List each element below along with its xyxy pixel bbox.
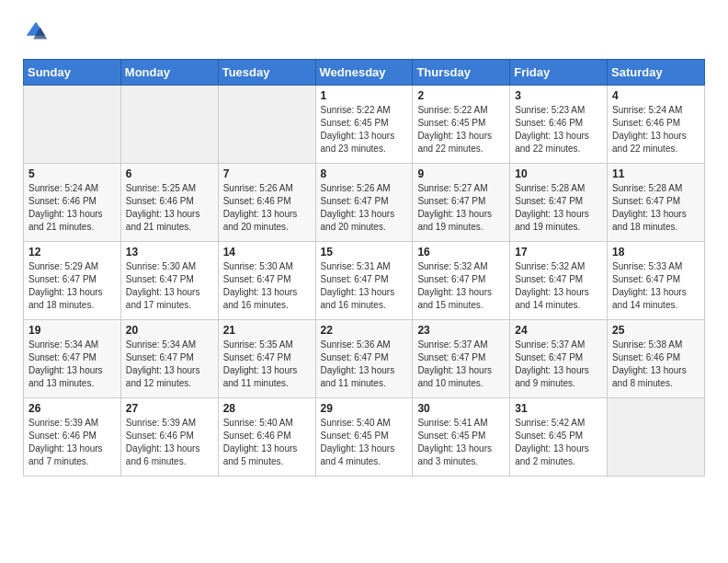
day-info: Sunrise: 5:39 AM Sunset: 6:46 PM Dayligh… [28,417,116,468]
calendar-cell: 23Sunrise: 5:37 AM Sunset: 6:47 PM Dayli… [413,320,510,398]
day-number: 29 [321,402,408,415]
calendar-cell [24,86,121,164]
day-info: Sunrise: 5:22 AM Sunset: 6:45 PM Dayligh… [417,104,505,155]
day-info: Sunrise: 5:26 AM Sunset: 6:47 PM Dayligh… [321,182,408,234]
calendar-cell [218,86,315,164]
calendar-cell: 10Sunrise: 5:28 AM Sunset: 6:47 PM Dayli… [510,164,608,242]
day-number: 27 [126,402,213,415]
day-info: Sunrise: 5:37 AM Sunset: 6:47 PM Dayligh… [515,339,602,390]
day-header-tuesday: Tuesday [218,60,315,86]
day-info: Sunrise: 5:40 AM Sunset: 6:45 PM Dayligh… [321,417,408,468]
day-number: 24 [515,324,602,337]
day-number: 9 [417,167,505,180]
day-info: Sunrise: 5:22 AM Sunset: 6:45 PM Dayligh… [321,104,408,155]
calendar-cell: 22Sunrise: 5:36 AM Sunset: 6:47 PM Dayli… [315,320,413,398]
week-row-2: 5Sunrise: 5:24 AM Sunset: 6:46 PM Daylig… [24,164,705,242]
calendar-cell: 3Sunrise: 5:23 AM Sunset: 6:46 PM Daylig… [510,86,608,164]
calendar: SundayMondayTuesdayWednesdayThursdayFrid… [23,59,705,477]
day-number: 16 [417,246,505,259]
week-row-5: 26Sunrise: 5:39 AM Sunset: 6:46 PM Dayli… [24,398,705,477]
day-number: 19 [28,324,116,337]
week-row-1: 1Sunrise: 5:22 AM Sunset: 6:45 PM Daylig… [24,86,705,164]
calendar-cell: 1Sunrise: 5:22 AM Sunset: 6:45 PM Daylig… [315,86,413,164]
day-number: 15 [321,246,408,259]
day-info: Sunrise: 5:35 AM Sunset: 6:47 PM Dayligh… [223,339,311,390]
calendar-cell: 5Sunrise: 5:24 AM Sunset: 6:46 PM Daylig… [24,164,121,242]
day-info: Sunrise: 5:28 AM Sunset: 6:47 PM Dayligh… [515,182,602,234]
day-header-sunday: Sunday [24,60,121,86]
calendar-cell: 13Sunrise: 5:30 AM Sunset: 6:47 PM Dayli… [120,242,218,320]
day-info: Sunrise: 5:42 AM Sunset: 6:45 PM Dayligh… [515,417,602,468]
day-number: 10 [515,167,602,180]
day-info: Sunrise: 5:28 AM Sunset: 6:47 PM Dayligh… [612,182,700,234]
day-number: 30 [417,402,505,415]
day-info: Sunrise: 5:32 AM Sunset: 6:47 PM Dayligh… [417,260,505,312]
calendar-cell: 12Sunrise: 5:29 AM Sunset: 6:47 PM Dayli… [24,242,121,320]
header [23,18,705,44]
day-number: 8 [321,167,408,180]
logo-icon [23,18,49,44]
calendar-cell: 28Sunrise: 5:40 AM Sunset: 6:46 PM Dayli… [218,398,315,477]
calendar-cell: 14Sunrise: 5:30 AM Sunset: 6:47 PM Dayli… [218,242,315,320]
day-number: 20 [126,324,213,337]
day-header-monday: Monday [120,60,218,86]
day-info: Sunrise: 5:29 AM Sunset: 6:47 PM Dayligh… [28,260,116,312]
day-number: 4 [612,89,700,102]
calendar-cell: 2Sunrise: 5:22 AM Sunset: 6:45 PM Daylig… [413,86,510,164]
day-info: Sunrise: 5:33 AM Sunset: 6:47 PM Dayligh… [612,260,700,312]
day-info: Sunrise: 5:27 AM Sunset: 6:47 PM Dayligh… [417,182,505,234]
day-info: Sunrise: 5:25 AM Sunset: 6:46 PM Dayligh… [126,182,213,234]
calendar-cell: 26Sunrise: 5:39 AM Sunset: 6:46 PM Dayli… [24,398,121,477]
day-number: 25 [612,324,700,337]
calendar-cell: 25Sunrise: 5:38 AM Sunset: 6:46 PM Dayli… [608,320,705,398]
day-info: Sunrise: 5:24 AM Sunset: 6:46 PM Dayligh… [612,104,700,155]
day-header-thursday: Thursday [413,60,510,86]
day-info: Sunrise: 5:36 AM Sunset: 6:47 PM Dayligh… [321,339,408,390]
calendar-cell: 27Sunrise: 5:39 AM Sunset: 6:46 PM Dayli… [120,398,218,477]
day-info: Sunrise: 5:30 AM Sunset: 6:47 PM Dayligh… [223,260,311,312]
day-number: 28 [223,402,311,415]
calendar-cell: 30Sunrise: 5:41 AM Sunset: 6:45 PM Dayli… [413,398,510,477]
day-number: 13 [126,246,213,259]
calendar-cell: 17Sunrise: 5:32 AM Sunset: 6:47 PM Dayli… [510,242,608,320]
calendar-cell [120,86,218,164]
day-header-friday: Friday [510,60,608,86]
day-number: 1 [321,89,408,102]
day-info: Sunrise: 5:31 AM Sunset: 6:47 PM Dayligh… [321,260,408,312]
day-number: 7 [223,167,311,180]
day-number: 18 [612,246,700,259]
day-number: 5 [28,167,116,180]
calendar-cell: 29Sunrise: 5:40 AM Sunset: 6:45 PM Dayli… [315,398,413,477]
calendar-cell: 4Sunrise: 5:24 AM Sunset: 6:46 PM Daylig… [608,86,705,164]
calendar-cell: 6Sunrise: 5:25 AM Sunset: 6:46 PM Daylig… [120,164,218,242]
day-info: Sunrise: 5:34 AM Sunset: 6:47 PM Dayligh… [126,339,213,390]
logo [23,18,52,44]
calendar-cell: 8Sunrise: 5:26 AM Sunset: 6:47 PM Daylig… [315,164,413,242]
calendar-cell: 15Sunrise: 5:31 AM Sunset: 6:47 PM Dayli… [315,242,413,320]
calendar-cell: 21Sunrise: 5:35 AM Sunset: 6:47 PM Dayli… [218,320,315,398]
calendar-cell: 16Sunrise: 5:32 AM Sunset: 6:47 PM Dayli… [413,242,510,320]
day-number: 14 [223,246,311,259]
day-number: 3 [515,89,602,102]
calendar-cell: 31Sunrise: 5:42 AM Sunset: 6:45 PM Dayli… [510,398,608,477]
day-number: 26 [28,402,116,415]
day-number: 2 [417,89,505,102]
day-info: Sunrise: 5:26 AM Sunset: 6:46 PM Dayligh… [223,182,311,234]
day-info: Sunrise: 5:30 AM Sunset: 6:47 PM Dayligh… [126,260,213,312]
week-row-3: 12Sunrise: 5:29 AM Sunset: 6:47 PM Dayli… [24,242,705,320]
day-header-wednesday: Wednesday [315,60,413,86]
calendar-cell: 7Sunrise: 5:26 AM Sunset: 6:46 PM Daylig… [218,164,315,242]
day-number: 6 [126,167,213,180]
day-info: Sunrise: 5:39 AM Sunset: 6:46 PM Dayligh… [126,417,213,468]
day-info: Sunrise: 5:32 AM Sunset: 6:47 PM Dayligh… [515,260,602,312]
calendar-cell: 18Sunrise: 5:33 AM Sunset: 6:47 PM Dayli… [608,242,705,320]
day-info: Sunrise: 5:41 AM Sunset: 6:45 PM Dayligh… [417,417,505,468]
day-info: Sunrise: 5:40 AM Sunset: 6:46 PM Dayligh… [223,417,311,468]
day-number: 12 [28,246,116,259]
day-info: Sunrise: 5:23 AM Sunset: 6:46 PM Dayligh… [515,104,602,155]
day-info: Sunrise: 5:34 AM Sunset: 6:47 PM Dayligh… [28,339,116,390]
calendar-cell: 24Sunrise: 5:37 AM Sunset: 6:47 PM Dayli… [510,320,608,398]
calendar-cell: 9Sunrise: 5:27 AM Sunset: 6:47 PM Daylig… [413,164,510,242]
day-number: 23 [417,324,505,337]
day-number: 22 [321,324,408,337]
